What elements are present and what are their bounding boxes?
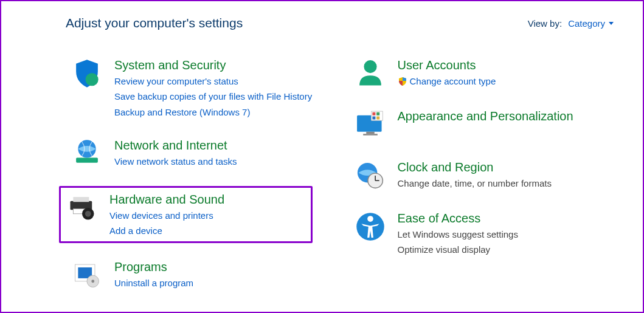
category-text: Ease of Access Let Windows suggest setti… [398,210,518,257]
category-title[interactable]: System and Security [114,57,312,73]
category-clock-region: Clock and Region Change date, time, or n… [349,157,614,194]
viewby-container: View by: Category [528,18,614,29]
category-link[interactable]: View devices and printers [109,208,224,222]
category-title[interactable]: Ease of Access [398,210,518,226]
right-column: User Accounts Change account type [349,55,614,294]
category-network-internet: Network and Internet View network status… [66,135,331,173]
svg-rect-4 [73,197,89,202]
svg-rect-17 [372,112,375,115]
svg-rect-20 [376,117,379,120]
globe-network-icon [71,137,103,170]
category-text: System and Security Review your computer… [114,57,312,119]
category-title[interactable]: User Accounts [398,57,496,73]
category-link-text: Change account type [410,74,496,88]
category-title[interactable]: Programs [114,259,193,275]
control-panel-frame: Adjust your computer's settings View by:… [0,0,644,313]
category-title[interactable]: Network and Internet [114,137,237,153]
category-link[interactable]: Backup and Restore (Windows 7) [114,105,312,119]
svg-rect-14 [366,132,375,134]
category-ease-access: Ease of Access Let Windows suggest setti… [349,208,614,260]
svg-rect-19 [372,117,375,120]
category-link[interactable]: Change account type [398,74,496,88]
svg-rect-15 [363,134,378,136]
printer-camera-icon [66,191,99,224]
svg-point-12 [364,60,376,73]
svg-rect-18 [376,112,379,115]
category-user-accounts: User Accounts Change account type [349,55,614,92]
category-subtext: Let Windows suggest settings [398,227,518,241]
svg-point-11 [91,280,94,283]
svg-rect-1 [76,157,98,162]
category-text: Network and Internet View network status… [114,137,237,168]
viewby-value-text: Category [568,18,605,29]
category-text: Programs Uninstall a program [114,259,193,290]
category-title[interactable]: Clock and Region [398,159,552,175]
category-link[interactable]: Add a device [109,224,224,238]
viewby-dropdown[interactable]: Category [568,18,614,29]
category-text: Clock and Region Change date, time, or n… [398,159,552,190]
category-subtext: Optimize visual display [398,242,518,256]
category-link[interactable]: View network status and tasks [114,154,237,168]
category-subtext: Change date, time, or number formats [398,176,552,190]
category-text: Appearance and Personalization [398,108,573,124]
category-link[interactable]: Save backup copies of your files with Fi… [114,89,312,103]
category-programs: Programs Uninstall a program [66,256,331,294]
category-appearance: Appearance and Personalization [349,106,614,143]
category-text: User Accounts Change account type [398,57,496,88]
accessibility-icon [354,210,387,243]
left-column: System and Security Review your computer… [66,55,331,294]
category-title[interactable]: Hardware and Sound [109,191,224,207]
category-title[interactable]: Appearance and Personalization [398,108,573,124]
chevron-down-icon [609,22,614,25]
page-title: Adjust your computer's settings [66,16,243,30]
clock-globe-icon [354,159,387,192]
shield-icon [71,57,103,90]
uac-shield-icon [398,77,407,86]
category-text: Hardware and Sound View devices and prin… [109,191,224,238]
viewby-label: View by: [528,18,562,29]
programs-icon [71,259,103,292]
category-link[interactable]: Review your computer's status [114,74,312,88]
categories-grid: System and Security Review your computer… [66,55,614,294]
svg-point-7 [85,211,91,217]
monitor-personalization-icon [354,108,387,141]
category-link[interactable]: Uninstall a program [114,276,193,290]
category-system-security: System and Security Review your computer… [66,55,331,122]
user-icon [354,57,387,90]
svg-point-0 [86,73,99,86]
category-hardware-sound: Hardware and Sound View devices and prin… [59,186,313,244]
svg-point-26 [367,216,373,222]
header-row: Adjust your computer's settings View by:… [66,16,614,30]
